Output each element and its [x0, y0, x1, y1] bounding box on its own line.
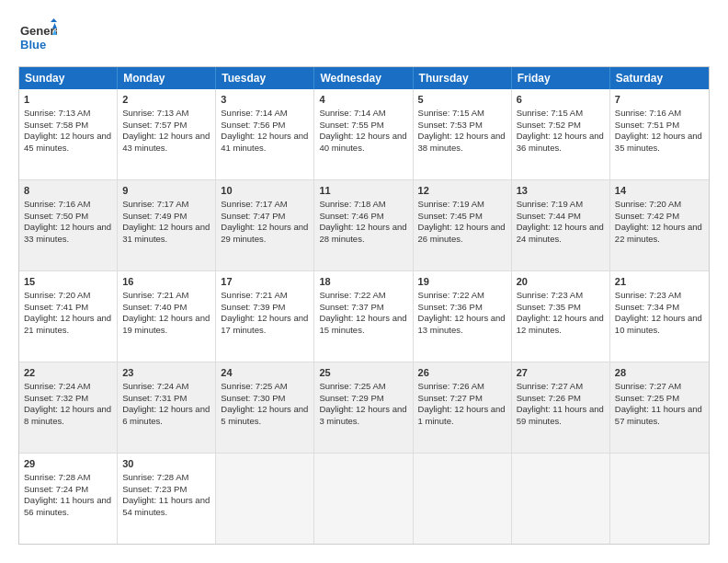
- day-number: 21: [615, 275, 704, 289]
- sunrise: Sunrise: 7:17 AM: [221, 199, 287, 209]
- day-cell: 26Sunrise: 7:26 AMSunset: 7:27 PMDayligh…: [414, 362, 512, 453]
- daylight: Daylight: 11 hours and 59 minutes.: [517, 404, 604, 426]
- daylight: Daylight: 12 hours and 33 minutes.: [24, 222, 111, 244]
- daylight: Daylight: 12 hours and 8 minutes.: [24, 404, 111, 426]
- day-cell: 27Sunrise: 7:27 AMSunset: 7:26 PMDayligh…: [512, 362, 610, 453]
- day-number: 18: [319, 275, 407, 289]
- sunrise: Sunrise: 7:24 AM: [24, 381, 90, 391]
- sunrise: Sunrise: 7:20 AM: [24, 290, 90, 300]
- sunset: Sunset: 7:58 PM: [24, 120, 88, 130]
- sunset: Sunset: 7:46 PM: [319, 211, 383, 221]
- day-number: 14: [615, 184, 704, 198]
- day-number: 16: [122, 275, 210, 289]
- sunrise: Sunrise: 7:19 AM: [418, 199, 484, 209]
- sunrise: Sunrise: 7:27 AM: [517, 381, 583, 391]
- sunrise: Sunrise: 7:19 AM: [517, 199, 583, 209]
- sunset: Sunset: 7:47 PM: [221, 211, 285, 221]
- daylight: Daylight: 12 hours and 41 minutes.: [221, 131, 308, 153]
- sunset: Sunset: 7:53 PM: [418, 120, 483, 130]
- day-cell: 18Sunrise: 7:22 AMSunset: 7:37 PMDayligh…: [314, 271, 413, 362]
- day-cell: 28Sunrise: 7:27 AMSunset: 7:25 PMDayligh…: [610, 362, 709, 453]
- sunset: Sunset: 7:29 PM: [319, 393, 383, 403]
- daylight: Daylight: 12 hours and 28 minutes.: [319, 222, 406, 244]
- weekday-header: Sunday: [19, 67, 118, 89]
- day-cell: 30Sunrise: 7:28 AMSunset: 7:23 PMDayligh…: [118, 454, 216, 544]
- weekday-header: Saturday: [610, 67, 709, 89]
- sunset: Sunset: 7:56 PM: [221, 120, 285, 130]
- sunset: Sunset: 7:45 PM: [418, 211, 483, 221]
- calendar-header: SundayMondayTuesdayWednesdayThursdayFrid…: [19, 67, 709, 89]
- sunrise: Sunrise: 7:22 AM: [319, 290, 385, 300]
- sunset: Sunset: 7:34 PM: [615, 302, 679, 312]
- day-number: 17: [221, 275, 309, 289]
- sunset: Sunset: 7:23 PM: [122, 484, 187, 494]
- sunset: Sunset: 7:49 PM: [122, 211, 187, 221]
- day-number: 12: [418, 184, 506, 198]
- daylight: Daylight: 12 hours and 26 minutes.: [418, 222, 506, 244]
- day-number: 15: [24, 275, 112, 289]
- day-number: 13: [517, 184, 605, 198]
- day-cell: 22Sunrise: 7:24 AMSunset: 7:32 PMDayligh…: [19, 362, 118, 453]
- sunrise: Sunrise: 7:15 AM: [517, 108, 583, 118]
- day-number: 5: [418, 93, 506, 107]
- daylight: Daylight: 12 hours and 29 minutes.: [221, 222, 308, 244]
- sunrise: Sunrise: 7:13 AM: [24, 108, 90, 118]
- daylight: Daylight: 12 hours and 31 minutes.: [122, 222, 210, 244]
- day-cell: 5Sunrise: 7:15 AMSunset: 7:53 PMDaylight…: [414, 89, 512, 179]
- daylight: Daylight: 11 hours and 57 minutes.: [615, 404, 702, 426]
- empty-cell: [512, 454, 610, 544]
- sunset: Sunset: 7:37 PM: [319, 302, 383, 312]
- daylight: Daylight: 12 hours and 3 minutes.: [319, 404, 406, 426]
- day-number: 22: [24, 366, 112, 380]
- sunrise: Sunrise: 7:13 AM: [122, 108, 188, 118]
- svg-text:Blue: Blue: [20, 38, 46, 52]
- daylight: Daylight: 12 hours and 13 minutes.: [418, 313, 506, 335]
- sunset: Sunset: 7:35 PM: [517, 302, 581, 312]
- page: General Blue SundayMondayTuesdayWednesda…: [0, 0, 728, 563]
- daylight: Daylight: 12 hours and 1 minute.: [418, 404, 506, 426]
- day-number: 11: [319, 184, 407, 198]
- sunrise: Sunrise: 7:28 AM: [122, 472, 188, 482]
- weekday-header: Wednesday: [314, 67, 413, 89]
- sunrise: Sunrise: 7:16 AM: [615, 108, 681, 118]
- daylight: Daylight: 12 hours and 40 minutes.: [319, 131, 406, 153]
- day-cell: 7Sunrise: 7:16 AMSunset: 7:51 PMDaylight…: [610, 89, 709, 179]
- day-number: 1: [24, 93, 112, 107]
- daylight: Daylight: 12 hours and 19 minutes.: [122, 313, 210, 335]
- day-cell: 14Sunrise: 7:20 AMSunset: 7:42 PMDayligh…: [610, 180, 709, 270]
- sunrise: Sunrise: 7:16 AM: [24, 199, 90, 209]
- day-number: 8: [24, 184, 112, 198]
- sunset: Sunset: 7:52 PM: [517, 120, 581, 130]
- sunset: Sunset: 7:24 PM: [24, 484, 88, 494]
- sunrise: Sunrise: 7:22 AM: [418, 290, 484, 300]
- calendar-row: 1Sunrise: 7:13 AMSunset: 7:58 PMDaylight…: [19, 89, 709, 179]
- sunset: Sunset: 7:32 PM: [24, 393, 88, 403]
- sunrise: Sunrise: 7:21 AM: [122, 290, 188, 300]
- daylight: Daylight: 12 hours and 17 minutes.: [221, 313, 308, 335]
- sunset: Sunset: 7:27 PM: [418, 393, 483, 403]
- day-cell: 10Sunrise: 7:17 AMSunset: 7:47 PMDayligh…: [216, 180, 314, 270]
- daylight: Daylight: 12 hours and 24 minutes.: [517, 222, 604, 244]
- daylight: Daylight: 12 hours and 5 minutes.: [221, 404, 308, 426]
- daylight: Daylight: 11 hours and 56 minutes.: [24, 495, 111, 517]
- sunset: Sunset: 7:41 PM: [24, 302, 88, 312]
- sunset: Sunset: 7:26 PM: [517, 393, 581, 403]
- day-number: 9: [122, 184, 210, 198]
- sunset: Sunset: 7:44 PM: [517, 211, 581, 221]
- day-cell: 9Sunrise: 7:17 AMSunset: 7:49 PMDaylight…: [118, 180, 216, 270]
- daylight: Daylight: 12 hours and 21 minutes.: [24, 313, 111, 335]
- day-number: 26: [418, 366, 506, 380]
- empty-cell: [216, 454, 314, 544]
- sunset: Sunset: 7:36 PM: [418, 302, 483, 312]
- sunrise: Sunrise: 7:23 AM: [615, 290, 681, 300]
- sunrise: Sunrise: 7:15 AM: [418, 108, 484, 118]
- daylight: Daylight: 12 hours and 36 minutes.: [517, 131, 604, 153]
- daylight: Daylight: 11 hours and 54 minutes.: [122, 495, 210, 517]
- sunrise: Sunrise: 7:25 AM: [319, 381, 385, 391]
- daylight: Daylight: 12 hours and 43 minutes.: [122, 131, 210, 153]
- header: General Blue: [18, 18, 710, 57]
- sunset: Sunset: 7:42 PM: [615, 211, 679, 221]
- sunset: Sunset: 7:57 PM: [122, 120, 187, 130]
- sunset: Sunset: 7:31 PM: [122, 393, 187, 403]
- daylight: Daylight: 12 hours and 45 minutes.: [24, 131, 111, 153]
